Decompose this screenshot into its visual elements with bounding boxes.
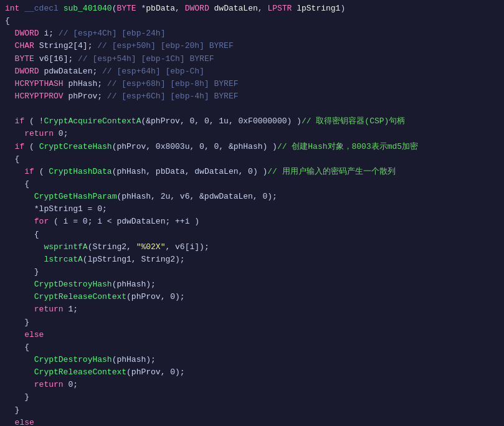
line-1: int __cdecl sub_401040(BYTE *pbData, DWO…	[0, 2, 504, 15]
line-12: if ( CryptCreateHash(phProv, 0x8003u, 0,…	[0, 141, 504, 153]
line-23: CryptDestroyHash(phHash);	[0, 278, 504, 291]
line-31: return 0;	[0, 379, 504, 391]
line-17: *lpString1 = 0;	[0, 203, 504, 215]
line-29: CryptDestroyHash(phHash);	[0, 354, 504, 366]
line-9	[0, 103, 504, 115]
line-2: {	[0, 15, 504, 27]
keyword-int: int	[5, 2, 19, 15]
line-13: {	[0, 153, 504, 166]
line-28: {	[0, 341, 504, 354]
line-33: }	[0, 404, 504, 417]
line-11: return 0;	[0, 128, 504, 140]
line-19: {	[0, 229, 504, 241]
line-3: DWORD i; // [esp+4Ch] [ebp-24h]	[0, 27, 504, 40]
line-6: DWORD pdwDataLen; // [esp+64h] [ebp-Ch]	[0, 65, 504, 78]
line-24: CryptReleaseContext(phProv, 0);	[0, 291, 504, 303]
code-viewer: int __cdecl sub_401040(BYTE *pbData, DWO…	[0, 0, 504, 426]
line-18: for ( i = 0; i < pdwDataLen; ++i )	[0, 215, 504, 228]
line-10: if ( !CryptAcquireContextA(&phProv, 0, 0…	[0, 115, 504, 128]
line-34: else	[0, 417, 504, 426]
line-22: }	[0, 266, 504, 278]
line-14: if ( CryptHashData(phHash, pbData, dwDat…	[0, 166, 504, 178]
line-21: lstrcatA(lpString1, String2);	[0, 253, 504, 266]
line-30: CryptReleaseContext(phProv, 0);	[0, 366, 504, 379]
line-32: }	[0, 391, 504, 404]
line-26: }	[0, 316, 504, 329]
line-8: HCRYPTPROV phProv; // [esp+6Ch] [ebp-4h]…	[0, 90, 504, 103]
line-7: HCRYPTHASH phHash; // [esp+68h] [ebp-8h]…	[0, 78, 504, 90]
line-16: CryptGetHashParam(phHash, 2u, v6, &pdwDa…	[0, 191, 504, 203]
line-27: else	[0, 329, 504, 341]
line-25: return 1;	[0, 303, 504, 316]
line-5: BYTE v6[16]; // [esp+54h] [ebp-1Ch] BYRE…	[0, 53, 504, 65]
line-4: CHAR String2[4]; // [esp+50h] [ebp-20h] …	[0, 40, 504, 52]
line-20: wsprintfA(String2, "%02X", v6[i]);	[0, 241, 504, 253]
line-15: {	[0, 178, 504, 191]
